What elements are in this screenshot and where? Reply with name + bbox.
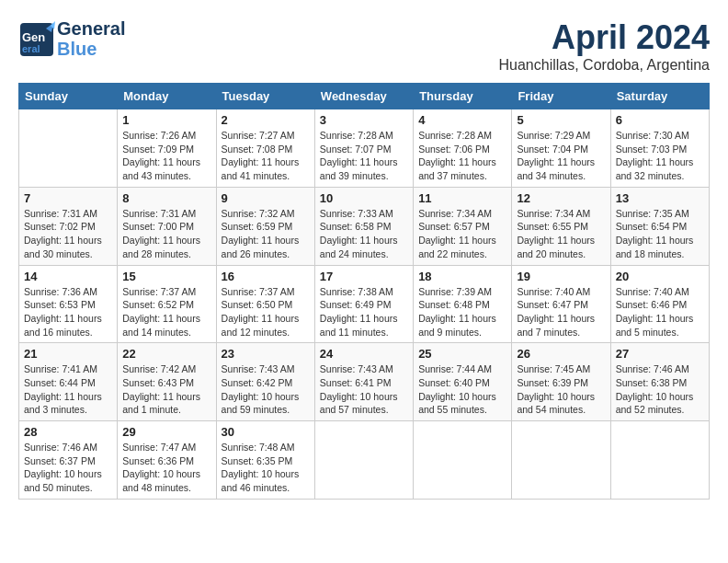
calendar-day-cell: 12 Sunrise: 7:34 AMSunset: 6:55 PMDaylig… (512, 187, 610, 265)
calendar-day-cell: 14 Sunrise: 7:36 AMSunset: 6:53 PMDaylig… (19, 265, 118, 343)
day-number: 9 (222, 191, 310, 205)
calendar-day-cell: 28 Sunrise: 7:46 AMSunset: 6:37 PMDaylig… (19, 421, 118, 500)
day-number: 30 (222, 425, 310, 439)
day-info: Sunrise: 7:48 AMSunset: 6:35 PMDaylight:… (222, 441, 310, 495)
day-info: Sunrise: 7:46 AMSunset: 6:38 PMDaylight:… (616, 362, 704, 417)
weekday-header: Tuesday (216, 84, 314, 109)
day-info: Sunrise: 7:44 AMSunset: 6:40 PMDaylight:… (418, 362, 506, 417)
calendar-day-cell (512, 421, 610, 500)
day-info: Sunrise: 7:27 AMSunset: 7:08 PMDaylight:… (222, 129, 310, 183)
day-info: Sunrise: 7:40 AMSunset: 6:46 PMDaylight:… (616, 285, 704, 339)
calendar-week-row: 14 Sunrise: 7:36 AMSunset: 6:53 PMDaylig… (19, 265, 710, 343)
day-info: Sunrise: 7:30 AMSunset: 7:03 PMDaylight:… (616, 129, 704, 183)
calendar-week-row: 28 Sunrise: 7:46 AMSunset: 6:37 PMDaylig… (19, 421, 710, 500)
month-title: April 2024 (499, 18, 710, 57)
day-number: 7 (24, 191, 112, 205)
day-info: Sunrise: 7:26 AMSunset: 7:09 PMDaylight:… (122, 129, 210, 183)
day-number: 13 (616, 191, 704, 205)
calendar-day-cell: 23 Sunrise: 7:43 AMSunset: 6:42 PMDaylig… (216, 343, 314, 421)
weekday-header: Saturday (610, 84, 709, 109)
day-number: 24 (320, 347, 408, 361)
day-info: Sunrise: 7:29 AMSunset: 7:04 PMDaylight:… (517, 129, 605, 183)
page-header: Gen eral General Blue April 2024 Huanchi… (18, 18, 710, 74)
calendar-day-cell: 29 Sunrise: 7:47 AMSunset: 6:36 PMDaylig… (118, 421, 216, 500)
weekday-header-row: SundayMondayTuesdayWednesdayThursdayFrid… (19, 84, 710, 109)
calendar-day-cell: 17 Sunrise: 7:38 AMSunset: 6:49 PMDaylig… (314, 265, 413, 343)
calendar-day-cell: 8 Sunrise: 7:31 AMSunset: 7:00 PMDayligh… (118, 187, 216, 265)
day-info: Sunrise: 7:37 AMSunset: 6:52 PMDaylight:… (122, 285, 210, 339)
day-number: 16 (222, 270, 310, 283)
day-number: 8 (122, 191, 210, 205)
day-number: 23 (222, 347, 310, 361)
calendar-day-cell: 21 Sunrise: 7:41 AMSunset: 6:44 PMDaylig… (19, 343, 118, 421)
day-info: Sunrise: 7:28 AMSunset: 7:07 PMDaylight:… (320, 129, 408, 183)
calendar-day-cell: 3 Sunrise: 7:28 AMSunset: 7:07 PMDayligh… (314, 109, 413, 188)
day-info: Sunrise: 7:46 AMSunset: 6:37 PMDaylight:… (24, 441, 112, 495)
day-info: Sunrise: 7:45 AMSunset: 6:39 PMDaylight:… (517, 362, 605, 417)
day-number: 1 (122, 113, 210, 127)
calendar-day-cell: 15 Sunrise: 7:37 AMSunset: 6:52 PMDaylig… (118, 265, 216, 343)
day-info: Sunrise: 7:36 AMSunset: 6:53 PMDaylight:… (24, 285, 112, 339)
calendar-day-cell: 4 Sunrise: 7:28 AMSunset: 7:06 PMDayligh… (414, 109, 512, 188)
day-info: Sunrise: 7:28 AMSunset: 7:06 PMDaylight:… (418, 129, 506, 183)
day-number: 4 (418, 113, 506, 127)
day-info: Sunrise: 7:31 AMSunset: 7:02 PMDaylight:… (24, 207, 112, 261)
calendar-day-cell: 27 Sunrise: 7:46 AMSunset: 6:38 PMDaylig… (610, 343, 709, 421)
calendar-day-cell: 11 Sunrise: 7:34 AMSunset: 6:57 PMDaylig… (414, 187, 512, 265)
title-block: April 2024 Huanchillas, Cordoba, Argenti… (499, 18, 710, 74)
logo-general: General (57, 18, 125, 39)
day-info: Sunrise: 7:34 AMSunset: 6:55 PMDaylight:… (517, 207, 605, 261)
day-info: Sunrise: 7:39 AMSunset: 6:48 PMDaylight:… (418, 285, 506, 339)
day-number: 12 (517, 191, 605, 205)
day-info: Sunrise: 7:43 AMSunset: 6:42 PMDaylight:… (222, 362, 310, 417)
day-number: 10 (320, 191, 408, 205)
svg-text:Gen: Gen (22, 30, 45, 44)
calendar-day-cell: 5 Sunrise: 7:29 AMSunset: 7:04 PMDayligh… (512, 109, 610, 188)
day-number: 21 (24, 347, 112, 361)
calendar-day-cell: 19 Sunrise: 7:40 AMSunset: 6:47 PMDaylig… (512, 265, 610, 343)
calendar-day-cell: 26 Sunrise: 7:45 AMSunset: 6:39 PMDaylig… (512, 343, 610, 421)
day-info: Sunrise: 7:38 AMSunset: 6:49 PMDaylight:… (320, 285, 408, 339)
day-number: 27 (616, 347, 704, 361)
logo: Gen eral General Blue (18, 18, 125, 59)
weekday-header: Wednesday (314, 84, 413, 109)
day-number: 29 (122, 425, 210, 439)
calendar-day-cell (610, 421, 709, 500)
day-info: Sunrise: 7:32 AMSunset: 6:59 PMDaylight:… (222, 207, 310, 261)
day-number: 5 (517, 113, 605, 127)
calendar-week-row: 21 Sunrise: 7:41 AMSunset: 6:44 PMDaylig… (19, 343, 710, 421)
day-number: 20 (616, 270, 704, 283)
day-number: 18 (418, 270, 506, 283)
day-info: Sunrise: 7:34 AMSunset: 6:57 PMDaylight:… (418, 207, 506, 261)
weekday-header: Monday (118, 84, 216, 109)
calendar-day-cell: 1 Sunrise: 7:26 AMSunset: 7:09 PMDayligh… (118, 109, 216, 188)
day-number: 25 (418, 347, 506, 361)
day-number: 26 (517, 347, 605, 361)
location: Huanchillas, Cordoba, Argentina (499, 57, 710, 74)
day-info: Sunrise: 7:40 AMSunset: 6:47 PMDaylight:… (517, 285, 605, 339)
calendar-day-cell: 6 Sunrise: 7:30 AMSunset: 7:03 PMDayligh… (610, 109, 709, 188)
day-info: Sunrise: 7:31 AMSunset: 7:00 PMDaylight:… (122, 207, 210, 261)
day-number: 28 (24, 425, 112, 439)
calendar-table: SundayMondayTuesdayWednesdayThursdayFrid… (18, 83, 710, 500)
day-info: Sunrise: 7:33 AMSunset: 6:58 PMDaylight:… (320, 207, 408, 261)
weekday-header: Thursday (414, 84, 512, 109)
calendar-day-cell: 10 Sunrise: 7:33 AMSunset: 6:58 PMDaylig… (314, 187, 413, 265)
day-info: Sunrise: 7:42 AMSunset: 6:43 PMDaylight:… (122, 362, 210, 417)
day-info: Sunrise: 7:37 AMSunset: 6:50 PMDaylight:… (222, 285, 310, 339)
day-info: Sunrise: 7:41 AMSunset: 6:44 PMDaylight:… (24, 362, 112, 417)
calendar-day-cell: 30 Sunrise: 7:48 AMSunset: 6:35 PMDaylig… (216, 421, 314, 500)
calendar-day-cell (314, 421, 413, 500)
day-number: 17 (320, 270, 408, 283)
calendar-day-cell: 18 Sunrise: 7:39 AMSunset: 6:48 PMDaylig… (414, 265, 512, 343)
weekday-header: Friday (512, 84, 610, 109)
calendar-day-cell (19, 109, 118, 188)
day-number: 2 (222, 113, 310, 127)
day-number: 15 (122, 270, 210, 283)
day-number: 11 (418, 191, 506, 205)
calendar-day-cell: 9 Sunrise: 7:32 AMSunset: 6:59 PMDayligh… (216, 187, 314, 265)
weekday-header: Sunday (19, 84, 118, 109)
day-info: Sunrise: 7:43 AMSunset: 6:41 PMDaylight:… (320, 362, 408, 417)
calendar-week-row: 1 Sunrise: 7:26 AMSunset: 7:09 PMDayligh… (19, 109, 710, 188)
calendar-day-cell (414, 421, 512, 500)
